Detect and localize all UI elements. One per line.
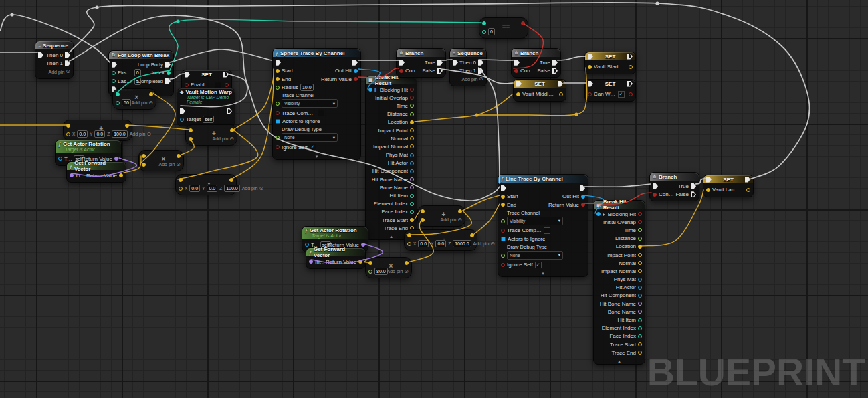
for-loop-with-break-exec-pin[interactable] [112,62,117,68]
sequence-2-exec-pin[interactable] [478,60,483,66]
multiply-vector-2[interactable]: ×80.0Add pin⊙ [365,257,412,278]
add-pin-button[interactable]: Add pin⊙ [441,217,462,223]
add-vector-1-pin[interactable] [66,132,70,136]
branch-2-exec-pin[interactable] [552,68,558,74]
set-vault-land-pos-pin[interactable] [706,188,710,192]
sphere-trace-by-channel-pin[interactable] [276,145,280,149]
branch-2[interactable]: ⋔BranchConditionTrueFalse [511,48,561,78]
subtract-vector-1-pin[interactable] [179,178,183,182]
subtract-vector-1[interactable]: -X0.0Y0.0Z100.0Add pin⊙ [175,174,237,195]
get-forward-vector-1[interactable]: ƒGet Forward VectorIn RotReturn Value [66,161,126,183]
value-field[interactable]: self [203,116,214,123]
value-field[interactable]: 0.0 [418,240,429,247]
value-field[interactable]: 0.0 [77,130,88,138]
break-hit-result-1-pin[interactable] [410,128,414,132]
for-loop-with-break-exec-pin[interactable] [165,78,171,84]
set-can-warp-out-exec-pin[interactable] [627,81,633,87]
reroute-node[interactable] [574,112,578,116]
add-vector-2-pin[interactable] [189,137,193,141]
add-vector-1-pin[interactable] [125,124,129,128]
add-pin-button[interactable]: Add pin⊙ [387,269,409,274]
reroute-node[interactable] [475,113,478,116]
break-hit-result-2-pin[interactable] [638,269,642,273]
value-field[interactable]: 1000.0 [453,240,471,247]
multiply-index-50-pin[interactable] [149,92,153,96]
branch-3-exec-pin[interactable] [691,191,696,197]
multiply-vector-2-pin[interactable] [405,261,409,265]
branch-1-exec-pin[interactable] [437,60,443,66]
set-vault-start-pos-out-exec-pin[interactable] [627,54,633,60]
reroute-node[interactable] [176,19,179,23]
break-hit-result-1-pin[interactable] [410,161,414,165]
set-enable-jump-pin[interactable] [225,83,229,87]
set-vault-start-pos-in-exec-pin[interactable] [588,54,593,60]
for-loop-with-break-pin[interactable] [167,71,171,75]
break-hit-result-2-pin[interactable] [638,286,642,290]
set-vault-start-pos[interactable]: SETVault Start Pos [584,52,636,74]
line-trace-by-channel-pin[interactable] [501,254,505,258]
set-vault-land-pos-out-exec-pin[interactable] [745,177,750,183]
break-hit-result-2-pin[interactable] [638,318,642,322]
break-hit-result-2-pin[interactable] [638,245,642,249]
set-vault-middle-pos-pin[interactable] [516,92,520,96]
break-hit-result-2-pin[interactable] [638,302,642,306]
set-can-warp[interactable]: SETCan Warp?✓ [584,79,636,102]
break-hit-result-1[interactable]: ▦Break Hit ResultHitBlocking HitInitial … [365,76,417,240]
set-can-warp-pin[interactable] [588,92,592,96]
multiply-index-50[interactable]: ×50Add pin⊙ [112,88,156,110]
for-loop-with-break-exec-pin[interactable] [165,62,171,68]
get-actor-rotation-2-pin[interactable] [305,243,309,247]
subtract-vector-2-pin[interactable] [470,233,474,237]
add-vector-1-pin[interactable] [66,124,70,128]
sphere-trace-by-channel-pin[interactable] [276,77,280,81]
branch-1-pin[interactable] [399,69,403,73]
break-hit-result-2-pin[interactable] [638,253,642,257]
line-trace-by-channel-pin[interactable] [581,195,585,199]
break-hit-result-1-pin[interactable] [410,210,414,214]
branch-1-exec-pin[interactable] [437,68,443,74]
set-enable-jump-out-exec-pin[interactable] [223,72,229,78]
multiply-vector-1-pin[interactable] [142,163,146,167]
add-vector-3-pin[interactable] [458,209,462,213]
sphere-trace-by-channel-pin[interactable] [354,69,358,73]
array-pin[interactable] [276,119,280,124]
branch-1-exec-pin[interactable] [399,60,405,66]
break-hit-result-1-pin[interactable] [368,88,372,92]
for-loop-with-break-pin[interactable] [112,79,116,83]
sequence-2-exec-pin[interactable] [478,68,483,74]
get-forward-vector-1-pin[interactable] [119,173,123,177]
add-pin-button[interactable]: Add pin⊙ [462,76,483,82]
break-hit-result-1-pin[interactable] [410,104,414,108]
trace-channel-dropdown[interactable]: Visibility▾ [282,99,338,108]
subtract-vector-2-pin[interactable] [407,242,411,246]
sphere-trace-by-channel[interactable]: ƒSphere Trace By ChannelStartEndRadius10… [272,48,361,160]
get-actor-rotation-1-pin[interactable] [58,157,62,161]
break-hit-result-2-pin[interactable] [638,334,642,338]
break-hit-result-1-pin[interactable] [410,202,414,206]
set-vault-middle-pos-out-exec-pin[interactable] [558,81,563,87]
sphere-trace-by-channel-pin[interactable] [276,69,280,73]
multiply-vector-1-pin[interactable] [177,154,181,158]
multiply-index-50-pin[interactable] [116,92,120,96]
branch-2-pin[interactable] [514,69,518,73]
vault-motion-warp[interactable]: ◆Vault Motion WarpTarget is CBP Demo Fem… [177,88,235,126]
equal-integer-pin[interactable] [521,21,525,25]
expand-collapse-chevron[interactable]: ▴ [594,359,645,364]
break-hit-result-1-pin[interactable] [410,169,414,173]
break-hit-result-2-pin[interactable] [638,220,642,224]
sphere-trace-by-channel-pin[interactable] [276,102,280,106]
set-vault-middle-pos-pin[interactable] [559,92,563,96]
value-field[interactable]: 0 [488,28,495,35]
break-hit-result-1-pin[interactable] [410,194,414,198]
add-vector-3-pin[interactable] [421,209,425,213]
equal-integer-pin[interactable] [482,30,486,34]
set-enable-jump-pin[interactable] [185,83,189,87]
line-trace-by-channel-exec-pin[interactable] [580,185,585,191]
break-hit-result-2-pin[interactable] [638,228,642,232]
trace-channel-dropdown[interactable]: Visibility▾ [507,217,563,225]
add-vector-2[interactable]: +Add pin⊙ [185,124,237,146]
branch-3-exec-pin[interactable] [691,183,696,189]
equal-integer[interactable]: ==0 [479,17,528,39]
break-hit-result-1-pin[interactable] [410,185,414,189]
break-hit-result-1-pin[interactable] [410,144,414,148]
